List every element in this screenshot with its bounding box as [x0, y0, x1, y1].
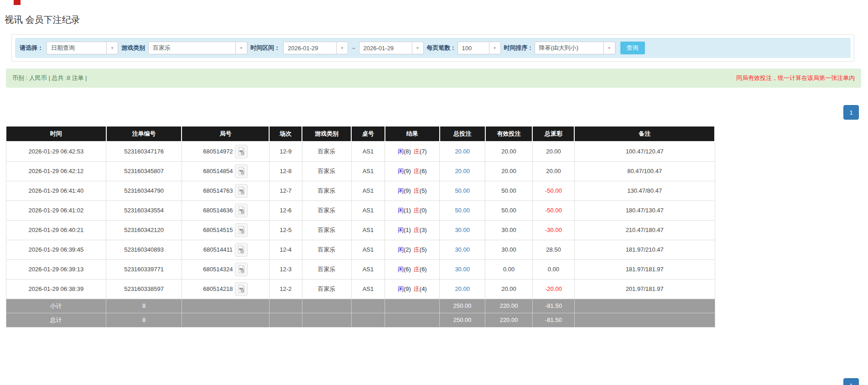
video-replay-button[interactable] — [235, 204, 248, 217]
subtotal-count: 8 — [106, 299, 182, 313]
bet-number: 523160339771 — [106, 259, 182, 279]
valid-bet: 0.00 — [485, 259, 533, 279]
sort-order-value: 降幂(由大到小) — [535, 42, 604, 54]
result-cell: 闲(6)庄(6) — [385, 259, 440, 279]
banker-result: 庄 — [414, 148, 420, 155]
chevron-down-icon[interactable]: ▾ — [489, 42, 501, 54]
query-type-value: 日期查询 — [47, 42, 107, 54]
table-row: 2026-01-29 06:41:02 523160343554 6805146… — [6, 200, 715, 220]
page-1-button[interactable]: 1 — [843, 378, 859, 385]
total-total-bet: 250.00 — [440, 313, 485, 327]
video-replay-button[interactable] — [235, 184, 248, 198]
page-1-button[interactable]: 1 — [843, 105, 859, 120]
session: 12-6 — [269, 200, 302, 220]
table-number: AS1 — [351, 259, 385, 279]
chevron-down-icon[interactable]: ▾ — [412, 42, 424, 54]
game-type-label: 游戏类别 — [121, 44, 145, 52]
session: 12-3 — [269, 259, 302, 279]
total-bet-cell: 20.00 — [440, 161, 485, 181]
total-bet-link[interactable]: 30.00 — [455, 266, 470, 273]
player-score: (9) — [404, 187, 411, 194]
round-number: 680514636 — [203, 207, 233, 214]
video-replay-button[interactable] — [235, 243, 248, 257]
video-replay-button[interactable] — [235, 145, 248, 158]
header-result: 结果 — [385, 126, 440, 142]
valid-bet: 20.00 — [485, 279, 533, 299]
session: 12-5 — [269, 220, 302, 240]
round-number: 680514854 — [203, 168, 233, 174]
bet-time: 2026-01-29 06:41:40 — [6, 181, 106, 200]
player-score: (1) — [404, 207, 411, 214]
video-replay-button[interactable] — [235, 164, 248, 178]
game-type: 百家乐 — [302, 259, 351, 279]
player-result: 闲 — [398, 187, 404, 194]
note: 180.47/130.47 — [574, 200, 715, 220]
player-score: (2) — [404, 246, 411, 253]
game-type: 百家乐 — [302, 220, 351, 240]
bet-number: 523160342120 — [106, 220, 182, 240]
banker-result: 庄 — [414, 285, 420, 292]
video-replay-button[interactable] — [235, 223, 248, 237]
banker-score: (7) — [420, 148, 427, 155]
bet-time: 2026-01-29 06:39:13 — [6, 259, 106, 279]
table-row: 2026-01-29 06:38:39 523160338597 6805142… — [6, 279, 715, 299]
sort-order-select[interactable]: 降幂(由大到小) ▾ — [535, 42, 615, 54]
video-replay-button[interactable] — [235, 282, 248, 296]
game-type: 百家乐 — [302, 279, 351, 299]
date-from-select[interactable]: 2026-01-29 ▾ — [283, 42, 348, 54]
result-cell: 闲(1)庄(3) — [385, 220, 440, 240]
total-bet-link[interactable]: 50.00 — [455, 187, 470, 194]
page-size-select[interactable]: 100 ▾ — [457, 42, 501, 54]
banker-score: (5) — [420, 246, 427, 253]
header-valid-bet: 有效投注 — [485, 126, 533, 142]
player-result: 闲 — [398, 168, 404, 174]
filter-bar: 请选择： 日期查询 ▾ 游戏类别 百家乐 ▾ 时间区间： 2026-01-29 … — [15, 38, 851, 58]
game-type-select[interactable]: 百家乐 ▾ — [148, 42, 247, 54]
game-type-value: 百家乐 — [148, 42, 236, 54]
round-number-cell: 680514411 — [182, 240, 269, 259]
session: 12-2 — [269, 279, 302, 299]
bet-time: 2026-01-29 06:39:45 — [6, 240, 106, 259]
chevron-down-icon[interactable]: ▾ — [337, 42, 348, 54]
chevron-down-icon[interactable]: ▾ — [604, 42, 615, 54]
query-type-select[interactable]: 日期查询 ▾ — [47, 42, 118, 54]
total-bet-link[interactable]: 20.00 — [455, 285, 470, 292]
game-type: 百家乐 — [302, 200, 351, 220]
header-session: 场次 — [269, 126, 302, 142]
total-bet-link[interactable]: 20.00 — [455, 148, 470, 155]
total-bet-link[interactable]: 30.00 — [455, 227, 470, 233]
total-bet-link[interactable]: 50.00 — [455, 207, 470, 214]
total-bet-link[interactable]: 30.00 — [455, 246, 470, 253]
search-button[interactable]: 查询 — [620, 42, 645, 54]
total-bet-cell: 50.00 — [440, 200, 485, 220]
round-number-cell: 680514324 — [182, 259, 269, 279]
bet-time: 2026-01-29 06:38:39 — [6, 279, 106, 299]
bet-time: 2026-01-29 06:40:21 — [6, 220, 106, 240]
date-to-select[interactable]: 2026-01-29 ▾ — [359, 42, 424, 54]
video-file-icon — [238, 285, 245, 293]
subtotal-label: 小计 — [6, 299, 106, 313]
table-number: AS1 — [351, 161, 385, 181]
round-number: 680514218 — [203, 285, 233, 292]
summary-bar: 币别 : 人民币 | 总共 :8 注单 | 同局有效投注，统一计算在该局第一张注… — [6, 69, 861, 88]
chevron-down-icon[interactable]: ▾ — [107, 42, 118, 54]
bet-number: 523160345807 — [106, 161, 182, 181]
valid-bet: 30.00 — [485, 240, 533, 259]
player-score: (8) — [404, 148, 411, 155]
total-bet-cell: 20.00 — [440, 142, 485, 161]
page-size-label: 每页笔数 : — [427, 44, 454, 52]
header-time: 时间 — [6, 126, 106, 142]
chevron-down-icon[interactable]: ▾ — [236, 42, 247, 54]
table-header-row: 时间 注单编号 局号 场次 游戏类别 桌号 结果 总投注 有效投注 总派彩 备注 — [6, 126, 715, 142]
subtotal-payout: -81.50 — [532, 299, 574, 313]
game-type: 百家乐 — [302, 240, 351, 259]
banker-result: 庄 — [414, 168, 420, 174]
bet-number: 523160343554 — [106, 200, 182, 220]
video-replay-button[interactable] — [235, 263, 248, 276]
table-number: AS1 — [351, 200, 385, 220]
total-payout: -20.00 — [532, 279, 574, 299]
round-number: 680514972 — [203, 148, 233, 155]
total-bet-link[interactable]: 20.00 — [455, 168, 470, 174]
game-type: 百家乐 — [302, 142, 351, 161]
bet-time: 2026-01-29 06:42:12 — [6, 161, 106, 181]
